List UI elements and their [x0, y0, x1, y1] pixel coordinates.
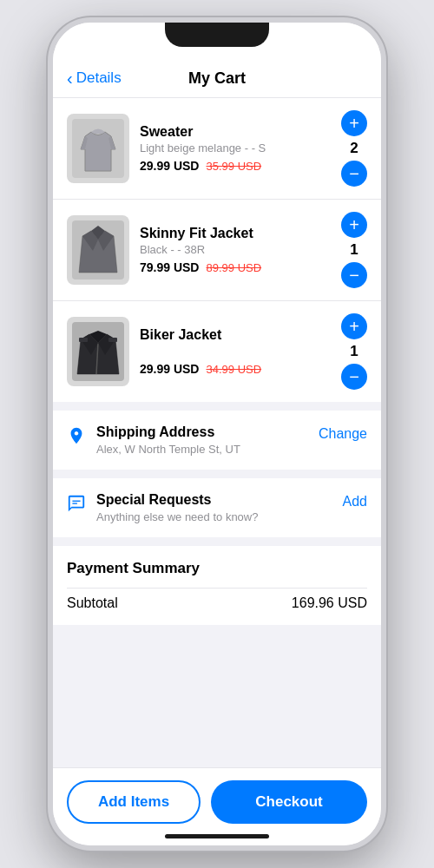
cart-item-sweater: Sweater Light beige melange - - S 29.99 … [53, 98, 381, 200]
notch [165, 23, 269, 47]
item-image-sweater [67, 114, 129, 183]
special-requests-subtitle: Anything else we need to know? [96, 510, 258, 523]
checkout-button[interactable]: Checkout [211, 780, 367, 824]
item-qty-controls-sweater: + 2 − [341, 110, 367, 187]
item-image-biker-jacket [67, 317, 129, 386]
item-variant-sweater: Light beige melange - - S [140, 141, 331, 155]
shipping-change-button[interactable]: Change [319, 426, 367, 442]
shipping-left: Shipping Address Alex, W North Temple St… [67, 424, 240, 456]
back-label: Details [76, 69, 122, 87]
payment-summary-title: Payment Summary [67, 560, 367, 577]
page-title: My Cart [188, 69, 246, 88]
item-price-row-biker-jacket: 29.99 USD 34.99 USD [140, 362, 331, 376]
item-details-skinny-jacket: Skinny Fit Jacket Black - - 38R 79.99 US… [140, 226, 331, 274]
shipping-address: Alex, W North Temple St, UT [96, 443, 240, 456]
add-items-button[interactable]: Add Items [67, 780, 201, 824]
back-chevron-icon: ‹ [67, 69, 73, 87]
blazer-svg [72, 220, 124, 279]
home-indicator [165, 834, 269, 838]
qty-increase-sweater[interactable]: + [341, 110, 367, 136]
subtotal-value: 169.96 USD [292, 595, 367, 611]
qty-decrease-biker-jacket[interactable]: − [341, 364, 367, 390]
shipping-text: Shipping Address Alex, W North Temple St… [96, 424, 240, 456]
qty-increase-skinny-jacket[interactable]: + [341, 212, 367, 238]
qty-value-skinny-jacket: 1 [345, 241, 363, 259]
header: ‹ Details My Cart [53, 61, 381, 98]
location-icon [67, 426, 86, 450]
item-price-original-skinny-jacket: 89.99 USD [206, 261, 261, 274]
back-button[interactable]: ‹ Details [67, 69, 122, 87]
item-qty-controls-skinny-jacket: + 1 − [341, 212, 367, 288]
special-requests-section: Special Requests Anything else we need t… [53, 478, 381, 537]
item-price-current-biker-jacket: 29.99 USD [140, 362, 199, 376]
cart-item-skinny-jacket: Skinny Fit Jacket Black - - 38R 79.99 US… [53, 200, 381, 301]
item-price-row-skinny-jacket: 79.99 USD 89.99 USD [140, 260, 331, 274]
qty-increase-biker-jacket[interactable]: + [341, 313, 367, 339]
qty-value-biker-jacket: 1 [345, 343, 363, 360]
payment-summary-section: Payment Summary Subtotal 169.96 USD [53, 546, 381, 625]
item-price-current-sweater: 29.99 USD [140, 159, 199, 173]
special-requests-text: Special Requests Anything else we need t… [96, 492, 258, 523]
item-name-skinny-jacket: Skinny Fit Jacket [140, 226, 331, 241]
biker-svg [72, 322, 124, 381]
payment-subtotal-row: Subtotal 169.96 USD [67, 595, 367, 611]
sweater-svg [72, 119, 124, 178]
item-qty-controls-biker-jacket: + 1 − [341, 313, 367, 390]
item-price-original-biker-jacket: 34.99 USD [206, 363, 261, 376]
item-price-original-sweater: 35.99 USD [206, 160, 261, 173]
special-requests-left: Special Requests Anything else we need t… [67, 492, 258, 523]
item-details-sweater: Sweater Light beige melange - - S 29.99 … [140, 124, 331, 173]
subtotal-label: Subtotal [67, 595, 118, 611]
special-requests-add-button[interactable]: Add [343, 494, 367, 510]
item-name-biker-jacket: Biker Jacket [140, 327, 331, 343]
item-details-biker-jacket: Biker Jacket 29.99 USD 34.99 USD [140, 327, 331, 376]
message-icon [67, 494, 86, 518]
item-variant-skinny-jacket: Black - - 38R [140, 243, 331, 256]
item-price-row-sweater: 29.99 USD 35.99 USD [140, 159, 331, 173]
shipping-title: Shipping Address [96, 424, 240, 440]
status-bar [53, 23, 381, 61]
qty-value-sweater: 2 [345, 140, 363, 157]
cart-items-section: Sweater Light beige melange - - S 29.99 … [53, 98, 381, 402]
svg-rect-3 [79, 338, 88, 342]
item-name-sweater: Sweater [140, 124, 331, 140]
item-image-skinny-jacket [67, 215, 129, 285]
qty-decrease-skinny-jacket[interactable]: − [341, 262, 367, 288]
svg-rect-4 [108, 338, 117, 342]
item-price-current-skinny-jacket: 79.99 USD [140, 260, 199, 274]
shipping-section: Shipping Address Alex, W North Temple St… [53, 411, 381, 470]
payment-divider [67, 588, 367, 589]
scroll-content: Sweater Light beige melange - - S 29.99 … [53, 98, 381, 767]
cart-item-biker-jacket: Biker Jacket 29.99 USD 34.99 USD + 1 − [53, 301, 381, 402]
qty-decrease-sweater[interactable]: − [341, 161, 367, 187]
special-requests-title: Special Requests [96, 492, 258, 508]
